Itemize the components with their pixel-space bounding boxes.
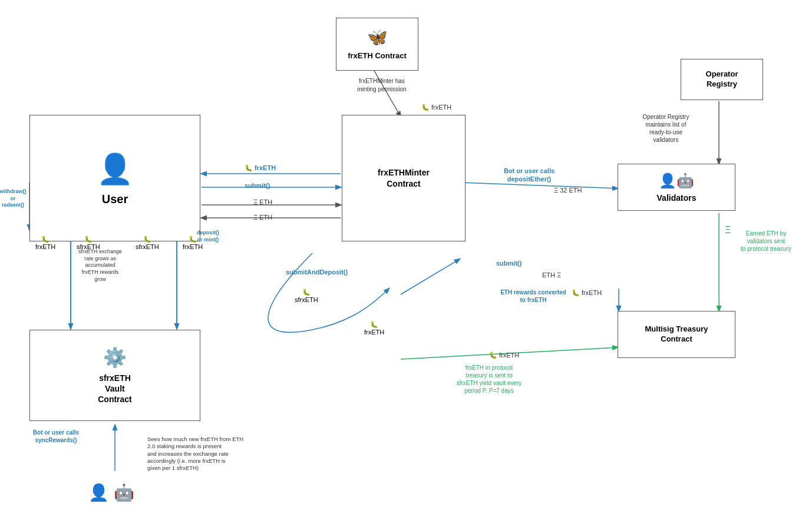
sees-how-much-label: Sees how much new frxETH from ETH2.0 sta…: [147, 436, 306, 472]
user-icon: 👤: [97, 150, 133, 188]
withdraw-redeem-label: withdraw()orredeem(): [0, 188, 31, 209]
diagram-container: 🦋 frxETH Contract OperatorRegistry frxET…: [0, 0, 812, 517]
sfrxETH-bottom-icon: 🐛sfrxETH: [295, 289, 318, 303]
frxETHMinter-label: frxETHMinterContract: [378, 167, 430, 188]
eth-icon-green: Ξ: [725, 225, 731, 236]
multisig-treasury-label: Multisig TreasuryContract: [645, 324, 708, 344]
eth-rewards-label: ETH rewards convertedto frxETH: [495, 289, 572, 304]
validators-icon: 👤🤖: [659, 171, 694, 190]
sfrxETH-vault-label: sfrxETHVaultContract: [98, 373, 132, 405]
eth-label-3: ETH Ξ: [542, 271, 561, 279]
frxETH-contract-label: frxETH Contract: [348, 51, 407, 61]
eth-label-2: Ξ ETH: [253, 213, 272, 221]
frxETH-contract-node: 🦋 frxETH Contract: [336, 18, 418, 71]
bot-user-icons-bottom: 👤 🤖: [88, 483, 134, 502]
submit-label-1: submit(): [245, 181, 270, 190]
operator-registry-node: OperatorRegistry: [681, 59, 763, 100]
32eth-label: Ξ 32 ETH: [554, 186, 582, 194]
sfrxETH-vault-node: ⚙️ sfrxETHVaultContract: [29, 330, 200, 421]
bottom-frxETH-1: 🐛frxETH: [35, 236, 55, 250]
sfrxETH-vault-icon: ⚙️: [103, 346, 127, 370]
earned-eth-label: Earned ETH byvalidators sentto protocol …: [731, 230, 801, 253]
sfrxETH-rate-label: sfrxETH exchangerate grows asaccumulated…: [62, 248, 138, 283]
treasury-frxETH-label: frxETH in protocoltreasury is sent tosfr…: [418, 364, 560, 395]
operator-registry-label: OperatorRegistry: [706, 69, 738, 90]
submit-label-2: submit(): [496, 259, 521, 267]
submitAndDeposit-label: submitAndDeposit(): [286, 268, 348, 276]
frxETH-arrow-label-1: 🐛 frxETH: [245, 164, 276, 172]
svg-line-9: [401, 259, 460, 294]
frxETH-label-2: 🐛 frxETH: [572, 289, 602, 297]
frxETH-contract-icon: 🦋: [367, 27, 388, 48]
bottom-frxETH-2: 🐛frxETH: [183, 236, 203, 250]
user-label: User: [102, 191, 128, 207]
syncRewards-label: Bot or user callssyncRewards(): [21, 429, 91, 444]
frxETH-submitAndDeposit-icon: 🐛frxETH: [364, 321, 384, 336]
bottom-sfrxETH-1: 🐛sfrxETH: [77, 236, 100, 250]
minting-permission-label: frxETHMinter has minting permission: [352, 77, 411, 94]
frxETH-green-arrow-label: 🐛 frxETH: [489, 351, 519, 359]
frxETH-label-minting: 🐛 frxETH: [421, 103, 451, 111]
validators-node: 👤🤖 Validators: [618, 164, 735, 211]
validators-label: Validators: [657, 193, 697, 203]
user-node: 👤 User: [29, 115, 200, 241]
eth-label-1: Ξ ETH: [253, 198, 272, 206]
depositEther-label: Bot or user callsdepositEther(): [494, 167, 565, 184]
operator-registry-note: Operator Registrymaintains list ofready-…: [628, 113, 704, 144]
frxETHMinter-node: frxETHMinterContract: [342, 115, 466, 241]
multisig-treasury-node: Multisig TreasuryContract: [618, 311, 735, 358]
bottom-sfrxETH-2: 🐛sfrxETH: [136, 236, 159, 250]
